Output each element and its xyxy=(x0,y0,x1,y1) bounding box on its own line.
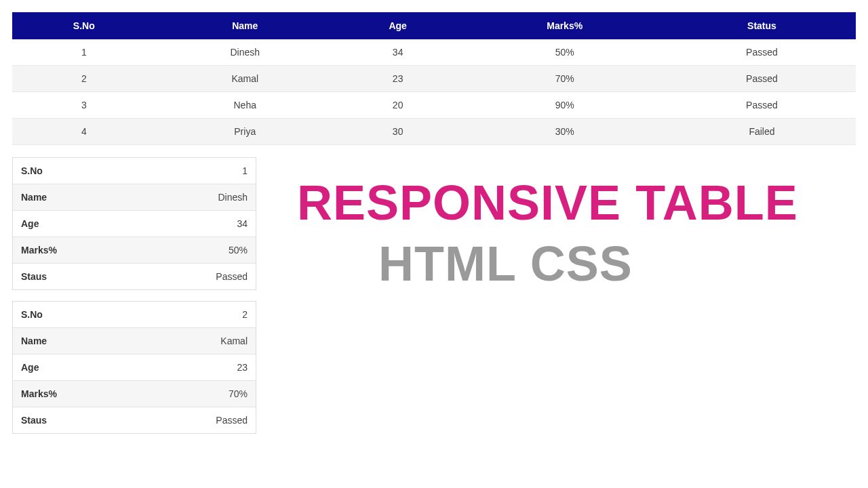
cell-name: Kamal xyxy=(156,66,334,92)
card-value: Kamal xyxy=(220,336,248,346)
card-value: Dinesh xyxy=(218,192,248,203)
card-row-age: Age 34 xyxy=(13,211,256,237)
cell-marks: 70% xyxy=(461,66,668,92)
card-label: Staus xyxy=(21,415,47,426)
card-value: 2 xyxy=(242,309,248,320)
cell-sno: 2 xyxy=(12,66,156,92)
card-row-sno: S.No 2 xyxy=(13,302,256,328)
col-status: Status xyxy=(668,12,856,39)
students-table: S.No Name Age Marks% Status 1 Dinesh 34 … xyxy=(12,12,856,145)
card-value: Passed xyxy=(216,415,248,426)
card-label: S.No xyxy=(21,309,43,320)
table-header-row: S.No Name Age Marks% Status xyxy=(12,12,856,39)
cell-sno: 3 xyxy=(12,92,156,119)
card-row-status: Staus Passed xyxy=(13,264,256,289)
card-row-marks: Marks% 70% xyxy=(13,381,256,407)
title-line-2: HTML CSS xyxy=(297,236,856,291)
card-row-name: Name Dinesh xyxy=(13,184,256,211)
card-label: Marks% xyxy=(21,388,57,399)
cell-sno: 4 xyxy=(12,119,156,145)
cell-status: Passed xyxy=(668,92,856,119)
card-row-age: Age 23 xyxy=(13,354,256,381)
title-line-1: RESPONSIVE TABLE xyxy=(297,178,856,229)
card-value: 70% xyxy=(229,388,248,399)
card-label: Age xyxy=(21,218,39,229)
card-row-name: Name Kamal xyxy=(13,328,256,354)
cell-status: Passed xyxy=(668,66,856,92)
cell-status: Failed xyxy=(668,119,856,145)
cell-age: 34 xyxy=(334,39,462,66)
table-row: 3 Neha 20 90% Passed xyxy=(12,92,856,119)
cell-age: 20 xyxy=(334,92,462,119)
table-row: 4 Priya 30 30% Failed xyxy=(12,119,856,145)
table-row: 1 Dinesh 34 50% Passed xyxy=(12,39,856,66)
col-sno: S.No xyxy=(12,12,156,39)
col-age: Age xyxy=(334,12,462,39)
card-value: 50% xyxy=(229,245,248,256)
cell-status: Passed xyxy=(668,39,856,66)
col-marks: Marks% xyxy=(461,12,668,39)
title-block: RESPONSIVE TABLE HTML CSS xyxy=(277,157,856,291)
card-value: Passed xyxy=(216,271,248,282)
cell-marks: 50% xyxy=(461,39,668,66)
card-label: Age xyxy=(21,362,39,373)
card-value: 23 xyxy=(237,362,248,373)
card-label: Marks% xyxy=(21,245,57,256)
cell-marks: 30% xyxy=(461,119,668,145)
mobile-card: S.No 2 Name Kamal Age 23 Marks% 70% Stau… xyxy=(12,301,256,434)
mobile-card-list: S.No 1 Name Dinesh Age 34 Marks% 50% Sta… xyxy=(12,157,256,445)
cell-name: Dinesh xyxy=(156,39,334,66)
card-label: Name xyxy=(21,192,47,203)
col-name: Name xyxy=(156,12,334,39)
card-label: Name xyxy=(21,336,47,346)
cell-name: Neha xyxy=(156,92,334,119)
cell-name: Priya xyxy=(156,119,334,145)
mobile-card: S.No 1 Name Dinesh Age 34 Marks% 50% Sta… xyxy=(12,157,256,290)
cell-age: 23 xyxy=(334,66,462,92)
cell-age: 30 xyxy=(334,119,462,145)
cell-sno: 1 xyxy=(12,39,156,66)
table-row: 2 Kamal 23 70% Passed xyxy=(12,66,856,92)
card-value: 1 xyxy=(242,165,248,176)
card-row-status: Staus Passed xyxy=(13,407,256,433)
card-label: Staus xyxy=(21,271,47,282)
card-label: S.No xyxy=(21,165,43,176)
cell-marks: 90% xyxy=(461,92,668,119)
card-value: 34 xyxy=(237,218,248,229)
card-row-sno: S.No 1 xyxy=(13,158,256,184)
card-row-marks: Marks% 50% xyxy=(13,237,256,264)
